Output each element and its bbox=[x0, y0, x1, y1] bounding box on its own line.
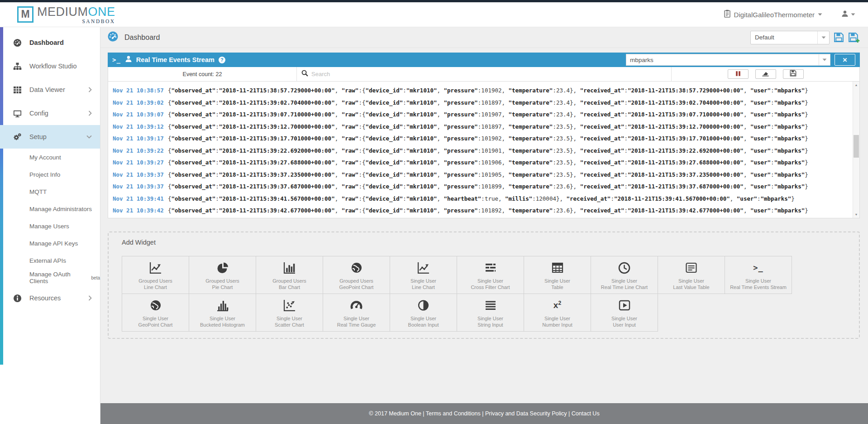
event-log-row: Nov 21 10:38:57{"observed_at":"2018-11-2… bbox=[113, 85, 850, 97]
pause-icon bbox=[735, 70, 741, 78]
clear-stream-button[interactable] bbox=[755, 69, 776, 79]
widget-single-user-boolean-input[interactable]: Single UserBoolean Input bbox=[390, 294, 457, 332]
search-input[interactable] bbox=[311, 71, 671, 77]
monitor-icon bbox=[12, 109, 22, 118]
widget-single-user-table[interactable]: Single UserTable bbox=[524, 256, 591, 294]
scroll-down-arrow-icon[interactable]: ▼ bbox=[853, 211, 859, 218]
event-json: {"observed_at":"2018-11-21T15:39:07.7100… bbox=[168, 111, 808, 118]
widget-grouped-users-geopoint-chart[interactable]: Grouped UsersGeoPoint Chart bbox=[323, 256, 390, 294]
widget-single-user-geopoint-chart[interactable]: Single UserGeoPoint Chart bbox=[122, 294, 189, 332]
widget-single-user-scatter-chart[interactable]: Single UserScatter Chart bbox=[256, 294, 323, 332]
project-selector[interactable]: DigitalGalileoThermometer bbox=[724, 10, 822, 19]
event-json: {"observed_at":"2018-11-21T15:39:27.6880… bbox=[168, 159, 808, 166]
sidebar-item-label: Resources bbox=[29, 294, 88, 302]
widget-label-line1: Single User bbox=[277, 315, 302, 322]
widget-label-line1: Single User bbox=[611, 315, 637, 322]
sidebar-subitem-project-info[interactable]: Project Info bbox=[0, 166, 100, 183]
sidebar-item-setup[interactable]: Setup bbox=[0, 125, 100, 149]
sidebar-subitem-label: My Account bbox=[29, 154, 61, 161]
sidebar-item-config[interactable]: Config bbox=[0, 101, 100, 125]
widget-single-user-string-input[interactable]: Single UserString Input bbox=[457, 294, 524, 332]
table-grid-icon bbox=[552, 260, 563, 275]
widget-single-user-user-input[interactable]: Single UserUser Input bbox=[591, 294, 658, 332]
chevron-down-icon bbox=[86, 135, 92, 139]
sidebar-subitem-label: Manage Administrators bbox=[29, 206, 92, 212]
widget-label-line1: Grouped Users bbox=[205, 278, 239, 284]
widget-grid: Grouped UsersLine ChartGrouped UsersPie … bbox=[122, 256, 796, 331]
sidebar-subitem-manage-users[interactable]: Manage Users bbox=[0, 217, 100, 235]
close-panel-button[interactable]: ✕ bbox=[835, 54, 855, 66]
widget-single-user-real-time-line-chart[interactable]: Single UserReal Time Line Chart bbox=[591, 256, 658, 294]
sidebar-item-label: Workflow Studio bbox=[29, 63, 92, 70]
widget-single-user-real-time-gauge[interactable]: Single UserReal Time Gauge bbox=[323, 294, 390, 332]
footer-text: © 2017 Medium One | Terms and Conditions… bbox=[369, 410, 599, 417]
event-log-row: Nov 21 10:39:37{"observed_at":"2018-11-2… bbox=[113, 169, 850, 181]
widget-single-user-cross-filter-chart[interactable]: Single UserCross Filter Chart bbox=[457, 256, 524, 294]
sidebar-subitem-manage-oauth-clients[interactable]: Manage OAuth Clientsbeta bbox=[0, 269, 100, 286]
widget-label-line2: Bucketed Histogram bbox=[200, 322, 245, 328]
widget-single-user-last-value-table[interactable]: Single UserLast Value Table bbox=[658, 256, 725, 294]
event-log-row: Nov 21 10:39:42{"observed_at":"2018-11-2… bbox=[113, 205, 850, 217]
help-icon[interactable]: ? bbox=[219, 57, 225, 63]
event-timestamp: Nov 21 10:39:12 bbox=[113, 123, 164, 130]
widget-label-line2: Bar Chart bbox=[279, 284, 300, 290]
user-menu[interactable] bbox=[841, 10, 855, 19]
scroll-up-arrow-icon[interactable]: ▲ bbox=[853, 82, 859, 88]
stream-search bbox=[297, 67, 672, 81]
widget-label-line2: User Input bbox=[613, 322, 636, 328]
chevron-right-icon bbox=[88, 87, 92, 92]
footer-link[interactable]: Contact Us bbox=[572, 410, 600, 417]
widget-grouped-users-pie-chart[interactable]: Grouped UsersPie Chart bbox=[189, 256, 256, 294]
stream-toolbar: Event count: 22 bbox=[108, 67, 860, 82]
sidebar-subitem-mqtt[interactable]: MQTT bbox=[0, 183, 100, 200]
widget-grouped-users-line-chart[interactable]: Grouped UsersLine Chart bbox=[122, 256, 189, 294]
event-log-row: Nov 21 10:39:41{"observed_at":"2018-11-2… bbox=[113, 193, 850, 205]
chevron-down-icon[interactable] bbox=[819, 54, 830, 65]
sidebar-subitem-label: Manage API Keys bbox=[29, 240, 78, 247]
user-filter-combo[interactable] bbox=[626, 54, 830, 66]
save-as-new-dashboard-button[interactable] bbox=[848, 32, 860, 43]
pause-stream-button[interactable] bbox=[728, 69, 749, 79]
user-filter-input[interactable] bbox=[626, 57, 819, 63]
event-timestamp: Nov 21 10:39:41 bbox=[113, 195, 164, 202]
top-navbar: M MEDIUMONE SANDBOX DigitalGalileoThermo… bbox=[0, 2, 868, 27]
sidebar-item-data-viewer[interactable]: Data Viewer bbox=[0, 78, 100, 101]
widget-grouped-users-bar-chart[interactable]: Grouped UsersBar Chart bbox=[256, 256, 323, 294]
sidebar-item-dashboard[interactable]: Dashboard bbox=[0, 31, 100, 54]
sidebar-subitem-manage-api-keys[interactable]: Manage API Keys bbox=[0, 235, 100, 252]
separator: | bbox=[481, 410, 485, 417]
pie-chart-icon bbox=[217, 260, 229, 275]
widget-label-line1: Grouped Users bbox=[272, 278, 306, 284]
widget-single-user-number-input[interactable]: x2Single UserNumber Input bbox=[524, 294, 591, 332]
sidebar-subitem-external-apis[interactable]: External APIs bbox=[0, 252, 100, 269]
boolean-toggle-icon bbox=[417, 298, 429, 313]
widget-single-user-real-time-events-stream[interactable]: >_Single UserReal Time Events Stream bbox=[725, 256, 792, 294]
widget-label-line1: Single User bbox=[410, 315, 436, 322]
brand-logo[interactable]: M MEDIUMONE SANDBOX bbox=[17, 5, 115, 24]
event-log: Nov 21 10:38:57{"observed_at":"2018-11-2… bbox=[108, 82, 860, 218]
footer-link[interactable]: Privacy and Data Security Policy bbox=[485, 410, 567, 417]
bar-chart-icon bbox=[283, 260, 296, 275]
sidebar-item-resources[interactable]: Resources bbox=[0, 286, 100, 310]
widget-single-user-bucketed-histogram[interactable]: Single UserBucketed Histogram bbox=[189, 294, 256, 332]
save-stream-button[interactable] bbox=[783, 69, 804, 79]
workflow-icon bbox=[12, 62, 22, 71]
event-log-row: Nov 21 10:39:12{"observed_at":"2018-11-2… bbox=[113, 121, 850, 133]
log-scrollbar[interactable]: ▲ ▼ bbox=[853, 82, 859, 218]
event-timestamp: Nov 21 10:39:27 bbox=[113, 159, 164, 166]
footer-link[interactable]: Terms and Conditions bbox=[426, 410, 481, 417]
widget-label-line1: Grouped Users bbox=[138, 278, 172, 284]
sidebar-subitem-my-account[interactable]: My Account bbox=[0, 149, 100, 166]
widget-label-line1: Single User bbox=[544, 315, 570, 322]
save-dashboard-button[interactable] bbox=[834, 32, 844, 43]
widget-label-line2: Scatter Chart bbox=[275, 322, 304, 328]
chevron-down-icon bbox=[817, 31, 829, 44]
scrollbar-thumb[interactable] bbox=[854, 135, 859, 158]
widget-single-user-line-chart[interactable]: Single UserLine Chart bbox=[390, 256, 457, 294]
navbar-right: DigitalGalileoThermometer bbox=[724, 10, 855, 19]
sidebar-subitem-manage-administrators[interactable]: Manage Administrators bbox=[0, 200, 100, 217]
sidebar-item-workflow-studio[interactable]: Workflow Studio bbox=[0, 54, 100, 78]
dashboard-view-select[interactable]: Default bbox=[750, 31, 830, 44]
widget-label-line1: Single User bbox=[410, 278, 436, 284]
event-timestamp: Nov 21 10:39:37 bbox=[113, 171, 164, 178]
